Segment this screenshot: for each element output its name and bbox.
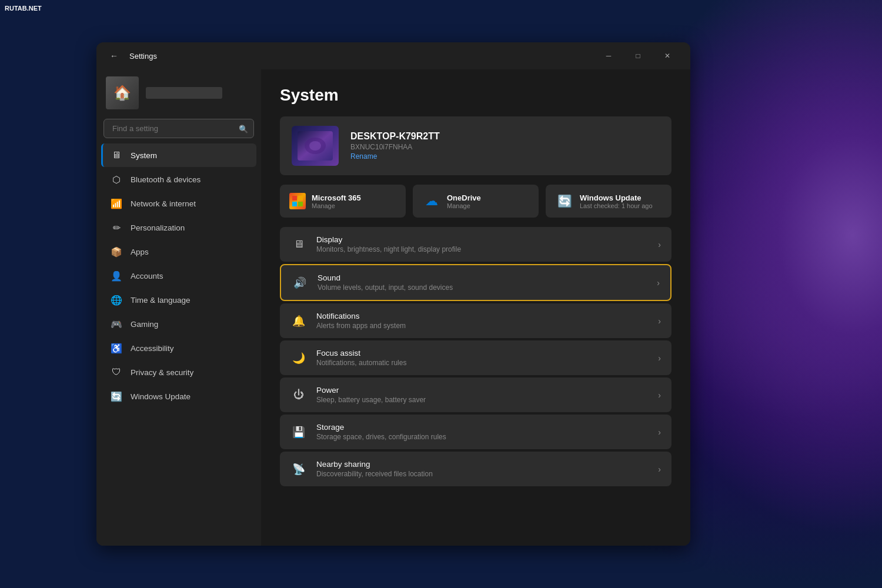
device-info: DESKTOP-K79R2TT BXNUC10i7FNHAA Rename [350, 131, 660, 161]
user-profile: 🏠 [96, 69, 261, 114]
quick-link-text-m365: Microsoft 365 Manage [312, 193, 361, 209]
settings-content-focus_assist: Focus assist Notifications, automatic ru… [316, 349, 649, 367]
device-thumbnail [292, 126, 339, 166]
settings-content-storage: Storage Storage space, drives, configura… [316, 423, 649, 441]
settings-sub-display: Monitors, brightness, night light, displ… [316, 245, 649, 253]
settings-list: 🖥 Display Monitors, brightness, night li… [280, 227, 671, 486]
settings-content-power: Power Sleep, battery usage, battery save… [316, 386, 649, 404]
avatar: 🏠 [106, 76, 139, 109]
svg-rect-5 [292, 202, 297, 206]
quick-link-sub-m365: Manage [312, 202, 361, 209]
settings-sub-focus_assist: Notifications, automatic rules [316, 359, 649, 367]
window-title: Settings [129, 52, 157, 61]
quick-link-sub-onedrive: Manage [447, 202, 481, 209]
nav-label-network: Network & internet [131, 199, 196, 208]
settings-icon-sound: 🔊 [292, 275, 308, 291]
wu-icon: 🔄 [555, 192, 574, 211]
nav-icon-privacy: 🛡 [111, 366, 122, 378]
settings-window: ← Settings ─ □ ✕ 🏠 🔍 [96, 42, 690, 546]
nav-icon-update: 🔄 [111, 390, 122, 402]
chevron-right-icon-power: › [658, 390, 661, 400]
sidebar-item-gaming[interactable]: 🎮 Gaming [101, 312, 256, 336]
nav-icon-gaming: 🎮 [111, 318, 122, 330]
title-bar-left: ← Settings [106, 48, 157, 64]
chevron-right-icon-focus_assist: › [658, 353, 661, 363]
page-title: System [280, 86, 671, 105]
settings-content-notifications: Notifications Alerts from apps and syste… [316, 312, 649, 330]
chevron-right-icon-storage: › [658, 427, 661, 437]
settings-row-focus_assist[interactable]: 🌙 Focus assist Notifications, automatic … [280, 340, 671, 375]
settings-title-display: Display [316, 235, 649, 244]
settings-title-focus_assist: Focus assist [316, 349, 649, 358]
quick-link-title-windows_update: Windows Update [580, 193, 653, 202]
close-button[interactable]: ✕ [654, 47, 681, 65]
nav-list: 🖥 System ⬡ Bluetooth & devices 📶 Network… [96, 143, 261, 409]
quick-link-title-onedrive: OneDrive [447, 193, 481, 202]
sidebar-item-personalization[interactable]: ✏ Personalization [101, 216, 256, 239]
quick-link-onedrive[interactable]: ☁ OneDrive Manage [413, 185, 539, 218]
nav-label-time: Time & language [131, 296, 191, 305]
settings-title-storage: Storage [316, 423, 649, 432]
nav-icon-network: 📶 [111, 198, 122, 209]
minimize-button[interactable]: ─ [595, 47, 622, 65]
settings-icon-focus_assist: 🌙 [290, 350, 307, 366]
nav-icon-time: 🌐 [111, 294, 122, 306]
nav-label-accounts: Accounts [131, 272, 163, 280]
settings-title-sound: Sound [318, 273, 647, 282]
quick-link-text-windows_update: Windows Update Last checked: 1 hour ago [580, 193, 653, 209]
quick-link-windows_update[interactable]: 🔄 Windows Update Last checked: 1 hour ag… [546, 185, 671, 218]
nav-icon-accessibility: ♿ [111, 342, 122, 354]
search-input[interactable] [103, 119, 254, 138]
nav-label-gaming: Gaming [131, 320, 158, 329]
settings-content-sound: Sound Volume levels, output, input, soun… [318, 273, 647, 292]
settings-content-nearby: Nearby sharing Discoverability, received… [316, 460, 649, 478]
settings-row-nearby[interactable]: 📡 Nearby sharing Discoverability, receiv… [280, 452, 671, 486]
sidebar-item-accounts[interactable]: 👤 Accounts [101, 264, 256, 288]
search-icon: 🔍 [239, 124, 248, 133]
title-bar: ← Settings ─ □ ✕ [96, 42, 690, 69]
settings-title-power: Power [316, 386, 649, 395]
settings-sub-notifications: Alerts from apps and system [316, 322, 649, 330]
svg-point-2 [309, 141, 321, 151]
sidebar-item-time[interactable]: 🌐 Time & language [101, 288, 256, 312]
rename-link[interactable]: Rename [350, 152, 660, 161]
nav-label-accessibility: Accessibility [131, 344, 174, 353]
settings-row-notifications[interactable]: 🔔 Notifications Alerts from apps and sys… [280, 303, 671, 338]
nav-icon-personalization: ✏ [111, 222, 122, 233]
nav-label-personalization: Personalization [131, 223, 185, 232]
settings-row-storage[interactable]: 💾 Storage Storage space, drives, configu… [280, 415, 671, 449]
settings-icon-storage: 💾 [290, 424, 307, 440]
settings-sub-storage: Storage space, drives, configuration rul… [316, 433, 649, 441]
nav-label-update: Windows Update [131, 392, 191, 401]
sidebar-item-bluetooth[interactable]: ⬡ Bluetooth & devices [101, 168, 256, 191]
window-controls: ─ □ ✕ [595, 47, 681, 65]
chevron-right-icon-notifications: › [658, 316, 661, 326]
sidebar-item-accessibility[interactable]: ♿ Accessibility [101, 336, 256, 360]
watermark-label: RUTAB.NET [5, 5, 42, 12]
nav-icon-accounts: 👤 [111, 270, 122, 282]
svg-rect-4 [298, 196, 303, 201]
sidebar-item-apps[interactable]: 📦 Apps [101, 240, 256, 263]
onedrive-icon: ☁ [422, 192, 441, 211]
chevron-right-icon-nearby: › [658, 465, 661, 474]
settings-icon-power: ⏻ [290, 387, 307, 403]
sidebar-item-update[interactable]: 🔄 Windows Update [101, 385, 256, 408]
nav-icon-system: 🖥 [111, 149, 122, 161]
settings-row-display[interactable]: 🖥 Display Monitors, brightness, night li… [280, 227, 671, 262]
maximize-button[interactable]: □ [624, 47, 652, 65]
settings-title-notifications: Notifications [316, 312, 649, 320]
sidebar-item-network[interactable]: 📶 Network & internet [101, 192, 256, 215]
nav-icon-apps: 📦 [111, 246, 122, 258]
settings-row-sound[interactable]: 🔊 Sound Volume levels, output, input, so… [280, 264, 671, 301]
back-button[interactable]: ← [106, 48, 122, 64]
sidebar: 🏠 🔍 🖥 System ⬡ Bluetooth & devices 📶 Net… [96, 69, 261, 546]
settings-sub-nearby: Discoverability, received files location [316, 470, 649, 478]
sidebar-item-system[interactable]: 🖥 System [101, 143, 256, 167]
device-id: BXNUC10i7FNHAA [350, 143, 660, 151]
quick-link-m365[interactable]: Microsoft 365 Manage [280, 185, 406, 218]
quick-link-title-m365: Microsoft 365 [312, 193, 361, 202]
settings-row-power[interactable]: ⏻ Power Sleep, battery usage, battery sa… [280, 377, 671, 412]
sidebar-item-privacy[interactable]: 🛡 Privacy & security [101, 360, 256, 384]
nav-label-apps: Apps [131, 248, 149, 256]
device-name: DESKTOP-K79R2TT [350, 131, 660, 142]
